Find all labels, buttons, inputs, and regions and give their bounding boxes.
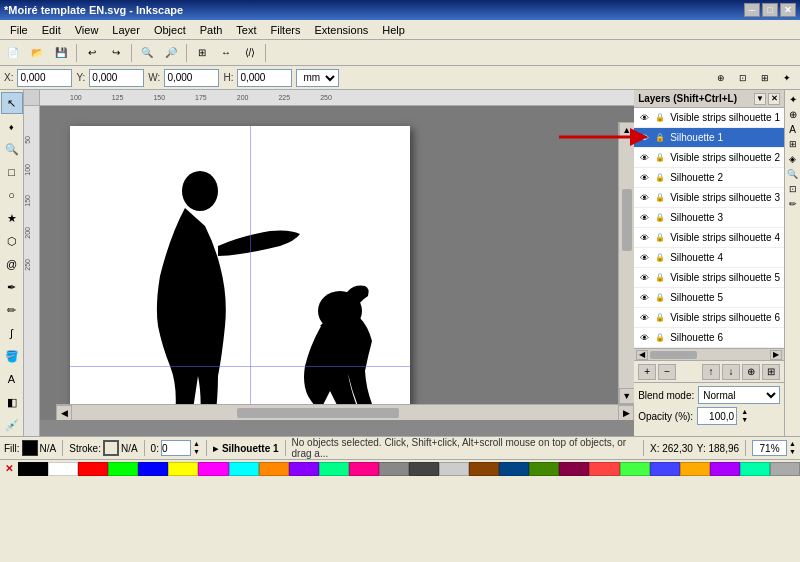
layers-scrollbar-thumb[interactable] <box>650 351 697 359</box>
layer-eye-icon[interactable]: 👁 <box>638 212 650 224</box>
menu-extensions[interactable]: Extensions <box>308 23 374 37</box>
color-swatch[interactable] <box>349 462 379 476</box>
tool-spiral[interactable]: @ <box>1 253 23 275</box>
menu-edit[interactable]: Edit <box>36 23 67 37</box>
layer-item[interactable]: 👁🔒Visible strips silhouette 3 <box>634 188 784 208</box>
zoom-spinner[interactable]: ▲ ▼ <box>789 440 796 456</box>
layer-eye-icon[interactable]: 👁 <box>638 332 650 344</box>
color-swatch[interactable] <box>138 462 168 476</box>
tool-3d[interactable]: ⬡ <box>1 230 23 252</box>
tool-paint-bucket[interactable]: 🪣 <box>1 345 23 367</box>
tool-save[interactable]: 💾 <box>50 42 72 64</box>
blend-select[interactable]: Normal Multiply Screen Overlay <box>698 386 780 404</box>
layer-lock-icon[interactable]: 🔒 <box>654 132 666 144</box>
tool-transform[interactable]: ↔ <box>215 42 237 64</box>
menu-layer[interactable]: Layer <box>106 23 146 37</box>
layer-item[interactable]: 👁🔒Silhouette 6 <box>634 328 784 348</box>
tool-zoom-out[interactable]: 🔎 <box>160 42 182 64</box>
layer-item[interactable]: 👁🔒Silhouette 3 <box>634 208 784 228</box>
tool-pen[interactable]: ✒ <box>1 276 23 298</box>
layer-item[interactable]: 👁🔒Silhouette 4 <box>634 248 784 268</box>
color-swatch[interactable] <box>650 462 680 476</box>
layer-lock-icon[interactable]: 🔒 <box>654 272 666 284</box>
layer-eye-icon[interactable]: 👁 <box>638 112 650 124</box>
color-swatch[interactable] <box>18 462 48 476</box>
layer-eye-icon[interactable]: 👁 <box>638 192 650 204</box>
layer-eye-icon[interactable]: 👁 <box>638 132 650 144</box>
scrollbar-thumb-v[interactable] <box>622 189 632 251</box>
tool-text[interactable]: A <box>1 368 23 390</box>
layer-merge-btn[interactable]: ⊞ <box>762 364 780 380</box>
layer-item[interactable]: 👁🔒Silhouette 2 <box>634 168 784 188</box>
minimize-button[interactable]: ─ <box>744 3 760 17</box>
layer-item[interactable]: 👁🔒Silhouette 1 <box>634 128 784 148</box>
scroll-down-btn[interactable]: ▼ <box>619 388 635 404</box>
rt-btn-6[interactable]: 🔍 <box>786 167 800 181</box>
tool-zoom[interactable]: 🔍 <box>1 138 23 160</box>
tool-zoom-in[interactable]: 🔍 <box>136 42 158 64</box>
layers-list[interactable]: 👁🔒Visible strips silhouette 1👁🔒Silhouett… <box>634 108 784 348</box>
layer-eye-icon[interactable]: 👁 <box>638 252 650 264</box>
w-input[interactable] <box>164 69 219 87</box>
layer-eye-icon[interactable]: 👁 <box>638 312 650 324</box>
color-swatch[interactable] <box>469 462 499 476</box>
layer-lock-icon[interactable]: 🔒 <box>654 212 666 224</box>
layers-menu-btn[interactable]: ▼ <box>754 93 766 105</box>
color-swatch[interactable] <box>620 462 650 476</box>
scroll-up-btn[interactable]: ▲ <box>619 122 635 138</box>
rt-btn-3[interactable]: A <box>786 122 800 136</box>
color-swatch[interactable] <box>589 462 619 476</box>
menu-object[interactable]: Object <box>148 23 192 37</box>
tool-open[interactable]: 📂 <box>26 42 48 64</box>
scroll-left-btn[interactable]: ◀ <box>56 405 72 421</box>
menu-view[interactable]: View <box>69 23 105 37</box>
tool-redo[interactable]: ↪ <box>105 42 127 64</box>
x-input[interactable] <box>17 69 72 87</box>
layer-eye-icon[interactable]: 👁 <box>638 232 650 244</box>
layers-scroll-left[interactable]: ◀ <box>636 350 648 360</box>
layer-eye-icon[interactable]: 👁 <box>638 272 650 284</box>
layer-item[interactable]: 👁🔒Visible strips silhouette 6 <box>634 308 784 328</box>
color-swatch[interactable] <box>168 462 198 476</box>
h-input[interactable] <box>237 69 292 87</box>
color-swatch[interactable] <box>48 462 78 476</box>
opacity-status-input[interactable] <box>161 440 191 456</box>
layer-eye-icon[interactable]: 👁 <box>638 292 650 304</box>
layer-lock-icon[interactable]: 🔒 <box>654 312 666 324</box>
rt-btn-7[interactable]: ⊡ <box>786 182 800 196</box>
layer-item[interactable]: 👁🔒Silhouette 5 <box>634 288 784 308</box>
tool-gradient[interactable]: ◧ <box>1 391 23 413</box>
layers-close-btn[interactable]: ✕ <box>768 93 780 105</box>
menu-text[interactable]: Text <box>230 23 262 37</box>
layer-eye-icon[interactable]: 👁 <box>638 152 650 164</box>
tool-circle[interactable]: ○ <box>1 184 23 206</box>
color-swatch[interactable] <box>559 462 589 476</box>
color-swatch[interactable] <box>680 462 710 476</box>
rt-btn-5[interactable]: ◈ <box>786 152 800 166</box>
layer-down-btn[interactable]: ↓ <box>722 364 740 380</box>
tool-undo[interactable]: ↩ <box>81 42 103 64</box>
menu-filters[interactable]: Filters <box>265 23 307 37</box>
color-swatch[interactable] <box>439 462 469 476</box>
unit-select[interactable]: mm px in <box>296 69 339 87</box>
color-swatch[interactable] <box>198 462 228 476</box>
layer-item[interactable]: 👁🔒Visible strips silhouette 5 <box>634 268 784 288</box>
add-layer-btn[interactable]: + <box>638 364 656 380</box>
tool-node[interactable]: ⬧ <box>1 115 23 137</box>
color-swatch[interactable] <box>319 462 349 476</box>
layers-scroll-track[interactable]: ◀ ▶ <box>634 348 784 360</box>
rt-btn-8[interactable]: ✏ <box>786 197 800 211</box>
tool-align[interactable]: ⊞ <box>191 42 213 64</box>
tool-star[interactable]: ★ <box>1 207 23 229</box>
layer-eye-icon[interactable]: 👁 <box>638 172 650 184</box>
canvas-scrollbar-horizontal[interactable]: ◀ ▶ <box>56 404 634 420</box>
snap-btn-2[interactable]: ⊡ <box>734 69 752 87</box>
snap-btn-3[interactable]: ⊞ <box>756 69 774 87</box>
color-swatch[interactable] <box>379 462 409 476</box>
color-swatch[interactable] <box>229 462 259 476</box>
tool-selector[interactable]: ↖ <box>1 92 23 114</box>
menu-help[interactable]: Help <box>376 23 411 37</box>
scrollbar-thumb-h[interactable] <box>237 408 400 418</box>
color-swatch[interactable] <box>108 462 138 476</box>
layer-lock-icon[interactable]: 🔒 <box>654 152 666 164</box>
